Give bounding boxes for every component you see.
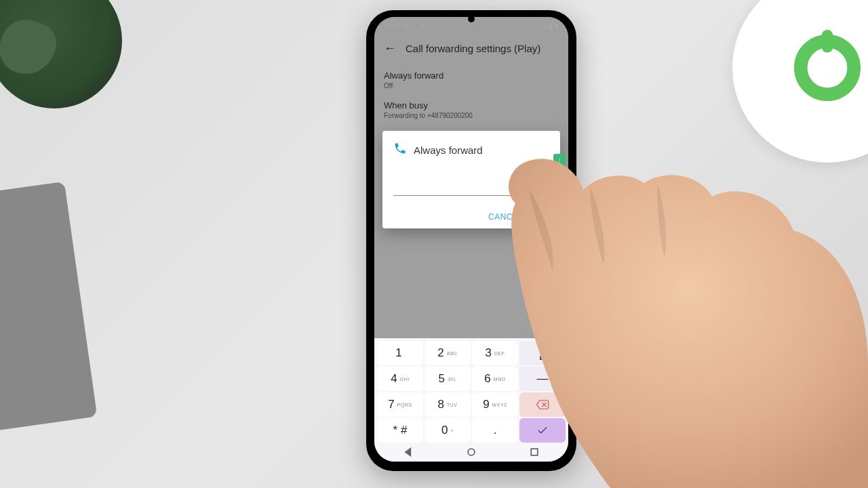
key-dash[interactable]: —	[519, 367, 566, 391]
key-2[interactable]: 2ABC	[425, 341, 471, 365]
svg-rect-1	[822, 30, 833, 53]
key-1[interactable]: 1	[377, 341, 423, 365]
cancel-button[interactable]: CANCEL	[488, 212, 524, 222]
key-confirm[interactable]	[519, 418, 566, 443]
dialog-badge-icon: ⋮	[553, 154, 566, 166]
laptop-corner	[0, 182, 97, 435]
always-forward-dialog: ⋮ Always forward CANCEL OK	[382, 131, 560, 228]
key-space[interactable]: ␣	[519, 341, 566, 365]
camera-notch	[468, 16, 475, 22]
svg-point-2	[468, 449, 475, 455]
key-4[interactable]: 4GHI	[377, 367, 423, 391]
key-dot[interactable]: .	[472, 418, 518, 443]
key-0[interactable]: 0+	[425, 418, 471, 443]
system-nav-bar	[377, 443, 566, 462]
plant-decor	[0, 0, 122, 108]
key-6[interactable]: 6MNO	[472, 367, 518, 391]
svg-rect-3	[531, 449, 538, 455]
logo-pad	[732, 0, 868, 163]
nav-back-icon[interactable]	[402, 446, 414, 458]
key-3[interactable]: 3DEF	[472, 341, 518, 365]
key-star-hash[interactable]: * #	[377, 418, 423, 443]
phone-frame: 10:46 ⚙ ● ⬇ LTE ▾ ▮ ▮ ← Call forwarding …	[366, 10, 576, 471]
key-backspace[interactable]	[519, 392, 566, 417]
phone-icon	[393, 142, 407, 158]
phone-screen: 10:46 ⚙ ● ⬇ LTE ▾ ▮ ▮ ← Call forwarding …	[374, 17, 568, 462]
ok-button[interactable]: OK	[537, 212, 549, 222]
number-input[interactable]	[393, 177, 549, 196]
key-7[interactable]: 7PQRS	[377, 392, 423, 417]
nav-home-icon[interactable]	[465, 446, 477, 458]
dialog-title: Always forward	[414, 144, 483, 156]
key-9[interactable]: 9WXYZ	[472, 392, 518, 417]
key-5[interactable]: 5JKL	[425, 367, 471, 391]
nav-recent-icon[interactable]	[528, 446, 540, 458]
number-keypad: 1 2ABC 3DEF ␣ 4GHI 5JKL 6MNO — 7PQRS 8TU…	[374, 338, 568, 462]
key-8[interactable]: 8TUV	[425, 392, 471, 417]
